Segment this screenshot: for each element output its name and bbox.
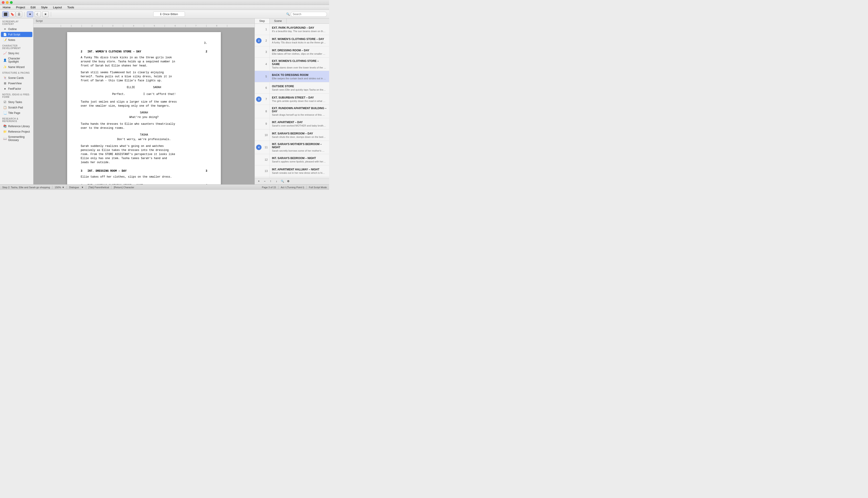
scene-list-item[interactable]: 3 7 EXT. SUBURBAN STREET – DAY The girls… — [255, 93, 329, 105]
sidebar-item-title-page[interactable]: 📃 Title Page — [1, 110, 32, 116]
minimize-button[interactable] — [6, 1, 9, 4]
dialogue-ellie: Perfect. — [112, 92, 125, 96]
reference-project-icon: 📁 — [3, 130, 7, 133]
scene-desc-2: A funky 70s disco track kicks in as the … — [272, 41, 326, 44]
sidebar-item-notes[interactable]: 📝 Notes — [1, 37, 32, 42]
story-tasks-label: Story Tasks — [8, 101, 22, 104]
add-scene-button[interactable]: + — [257, 179, 261, 183]
scene-list-item[interactable]: 5 BACK TO DRESSING ROOM Ellie swipes the… — [255, 71, 329, 82]
scene-info-10: INT. SARAH'S BEDROOM – DAY Sarah shuts t… — [270, 130, 329, 141]
sidebar-item-scene-cards[interactable]: 🃏 Scene Cards — [1, 75, 32, 80]
scene-list-item[interactable]: 4 11 INT. SARAH'S MOTHER'S BEDROOM – NIG… — [255, 141, 329, 154]
title-page-label: Title Page — [8, 112, 20, 115]
menu-edit[interactable]: Edit — [28, 5, 38, 10]
scene-cards-label: Scene Cards — [8, 76, 24, 80]
dual-char-row: ELLIE SARAH — [81, 86, 207, 90]
scene-list-item[interactable]: 2 2 INT. WOMEN'S CLOTHING STORE – DAY A … — [255, 35, 329, 46]
list-view-button[interactable]: ☰ — [16, 11, 22, 17]
settings-scene-button[interactable]: ⚙ — [286, 179, 290, 183]
scene-info-2: INT. WOMEN'S CLOTHING STORE – DAY A funk… — [270, 35, 329, 46]
search-input[interactable] — [291, 12, 327, 17]
scene-title-panel-7: EXT. SUBURBAN STREET – DAY — [272, 96, 327, 99]
scene-badge-13 — [255, 166, 263, 176]
full-script-label: Full Script — [8, 33, 20, 36]
sidebar-item-powerview[interactable]: ⊞ PowerView — [1, 81, 32, 86]
moon-button[interactable]: ☾ — [35, 11, 41, 17]
notes-label: Notes — [8, 38, 15, 42]
scene-list-item[interactable]: 4 EXT. WOMEN'S CLOTHING STORE – SAME Tas… — [255, 57, 329, 71]
story-arc-label: Story Arc — [8, 52, 19, 55]
search-scene-button[interactable]: 🔍 — [280, 179, 285, 183]
scene-title-panel-10: INT. SARAH'S BEDROOM – DAY — [272, 132, 327, 135]
menu-tools[interactable]: Tools — [65, 5, 77, 10]
close-button[interactable] — [2, 1, 4, 4]
menu-layout[interactable]: Layout — [50, 5, 64, 10]
sidebar-item-name-wizard[interactable]: ✨ Name Wizard — [1, 64, 32, 69]
move-up-button[interactable]: ↑ — [268, 179, 273, 183]
scene-title-panel-9: INT. APARTMENT – DAY — [272, 121, 327, 124]
script-header: Script — [34, 18, 255, 24]
panel-view-button[interactable]: ⬛ — [2, 11, 9, 17]
script-page: 3. 2 INT. WOMEN'S CLOTHING STORE – DAY 2… — [67, 32, 221, 184]
status-sep-3 — [86, 186, 86, 189]
menu-style[interactable]: Style — [38, 5, 50, 10]
scene-list-item[interactable]: 6 OUTSIDE STORE Sarah sees Ellie and qui… — [255, 82, 329, 93]
star-button[interactable]: ✦ — [27, 11, 33, 17]
sidebar-item-reference-library[interactable]: 📚 Reference Library — [1, 123, 32, 129]
sidebar-item-outline[interactable]: ≡ Outline — [1, 26, 32, 31]
bookmark-view-button[interactable]: 🔖 — [9, 11, 15, 17]
menu-home[interactable]: Home — [0, 5, 13, 10]
dialogue-tasha: Don't worry, we're professionals. — [81, 137, 207, 142]
remove-scene-button[interactable]: − — [262, 179, 267, 183]
scene-list-item[interactable]: 3 INT. DRESSING ROOM – DAY Ellie takes o… — [255, 46, 329, 57]
scene-list-item[interactable]: 9 INT. APARTMENT – DAY Sarah's over-work… — [255, 118, 329, 130]
scene-num-11: 11 — [263, 141, 270, 154]
element-type: Dialogue — [69, 186, 79, 189]
scene-list-item[interactable]: 10 INT. SARAH'S BEDROOM – DAY Sarah shut… — [255, 130, 329, 141]
sidebar-item-reference-project[interactable]: 📁 Reference Project — [1, 129, 32, 134]
scene-desc-13: Sarah sneaks out in her new dress which … — [272, 171, 326, 174]
status-sep-6 — [307, 186, 307, 189]
sidebar-item-character-spotlight[interactable]: 👤 Character Spotlight — [1, 56, 32, 64]
scene-info-13: INT. APARTMENT HALLWAY – NIGHT Sarah sne… — [270, 166, 329, 176]
script-scroll[interactable]: 3. 2 INT. WOMEN'S CLOTHING STORE – DAY 2… — [34, 28, 255, 184]
scene-title-panel-6: OUTSIDE STORE — [272, 85, 327, 88]
scene-info-4: EXT. WOMEN'S CLOTHING STORE – SAME Tasha… — [270, 57, 329, 71]
scene-list-item[interactable]: 13 INT. APARTMENT HALLWAY – NIGHT Sarah … — [255, 166, 329, 177]
dialogue-sarah-1: I can't afford that! — [143, 92, 176, 96]
tab-scene[interactable]: Scene — [270, 18, 287, 24]
tab-step[interactable]: Step — [255, 18, 270, 24]
scene-info-8: EXT. RUNDOWN APARTMENT BUILDING – DAY Sa… — [270, 105, 329, 118]
screenwriting-glossary-label: Screenwriting Glossary — [8, 135, 30, 142]
feelfactor-label: FeelFactor — [8, 87, 21, 90]
scene-title-panel-13: INT. APARTMENT HALLWAY – NIGHT — [272, 168, 327, 171]
scene-list-item[interactable]: 1 EXT. PARK PLAYGROUND – DAY It's a beau… — [255, 24, 329, 35]
full-script-icon: 📄 — [3, 33, 7, 36]
scene-num-1: 1 — [263, 24, 270, 35]
sidebar-item-story-arc[interactable]: 📈 Story Arc — [1, 51, 32, 56]
sidebar-item-screenwriting-glossary[interactable]: 📖 Screenwriting Glossary — [1, 134, 32, 143]
scene-list-item[interactable]: 8 EXT. RUNDOWN APARTMENT BUILDING – DAY … — [255, 105, 329, 118]
scene-badge-9 — [255, 118, 263, 129]
scene-list-item[interactable]: 12 INT. SARAH'S BEDROOM – NIGHT Sarah's … — [255, 154, 329, 166]
sidebar-item-full-script[interactable]: 📄 Full Script — [1, 32, 32, 37]
scene-num-left-2: 2 — [81, 50, 88, 54]
menu-project[interactable]: Project — [13, 5, 28, 10]
outline-icon: ≡ — [3, 27, 7, 31]
ruler: |1|2|3|4|5|6|7|8| — [34, 24, 255, 28]
sun-button[interactable]: ☀ — [42, 11, 49, 17]
doc-title-text: Once Bitten — [163, 12, 178, 16]
sidebar-item-story-tasks[interactable]: ☑ Story Tasks — [1, 100, 32, 105]
scene-info-7: EXT. SUBURBAN STREET – DAY The girls amb… — [270, 93, 329, 105]
zoom-control[interactable]: 150% ▼ — [55, 186, 64, 189]
scene-desc-11: Sarah secretly borrows some of her mothe… — [272, 149, 326, 152]
tab-label: [Tab] Parenthetical — [88, 186, 109, 189]
move-down-button[interactable]: ↓ — [274, 179, 279, 183]
sidebar-item-scratch-pad[interactable]: 📋 Scratch Pad — [1, 105, 32, 110]
zoom-dropdown-icon[interactable]: ▼ — [62, 186, 64, 189]
element-type-dropdown[interactable]: ▼ — [81, 186, 83, 189]
maximize-button[interactable] — [10, 1, 13, 4]
scene-num-8: 8 — [263, 105, 270, 118]
sidebar-item-feelfactor[interactable]: ♦ FeelFactor — [1, 86, 32, 91]
section-research-reference: RESEARCH & REFERENCE — [0, 116, 33, 123]
